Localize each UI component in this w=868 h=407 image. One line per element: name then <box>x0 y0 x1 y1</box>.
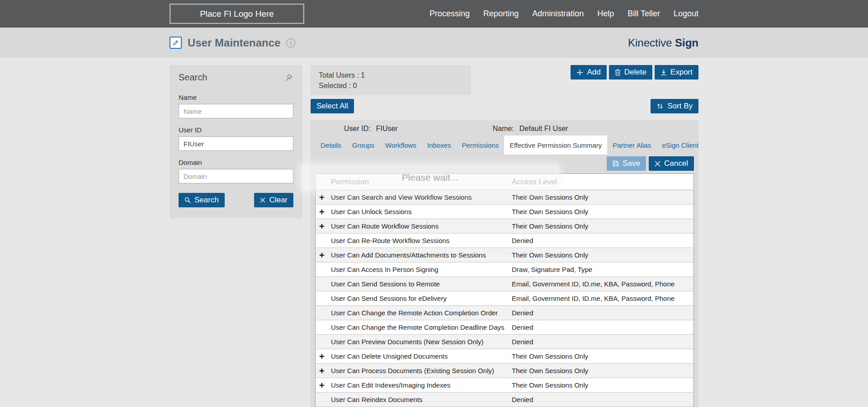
nav-item-help[interactable]: Help <box>597 9 614 19</box>
clear-button[interactable]: Clear <box>254 193 293 207</box>
access-level-cell: Their Own Sessions Only <box>512 381 693 389</box>
select-all-button-label: Select All <box>316 102 348 111</box>
cancel-button[interactable]: Cancel <box>649 156 694 171</box>
tab-esign-client[interactable]: eSign Client <box>656 136 704 154</box>
expand-cell: + <box>316 207 331 216</box>
user-name-value: Default FI User <box>519 125 568 133</box>
nav-item-administration[interactable]: Administration <box>532 9 584 19</box>
user-maintenance-app-icon <box>170 37 182 49</box>
user-id-field-label: User ID <box>179 126 293 134</box>
expand-cell: + <box>316 366 331 375</box>
permission-cell: User Can Search and View Workflow Sessio… <box>331 193 512 201</box>
tab-groups[interactable]: Groups <box>347 136 380 154</box>
permission-cell: User Can Change the Remote Action Comple… <box>331 309 512 317</box>
pen-icon <box>172 39 179 46</box>
please-wait-overlay: Please wait... <box>301 164 559 191</box>
tab-effective-permission-summary[interactable]: Effective Permission Summary <box>504 136 607 154</box>
permission-cell: User Can Process Documents (Existing Ses… <box>331 367 512 374</box>
select-all-button[interactable]: Select All <box>311 99 354 113</box>
add-button-label: Add <box>587 68 600 77</box>
selected-stat: Selected : 0 <box>319 80 463 91</box>
delete-button[interactable]: Delete <box>609 65 652 80</box>
access-level-cell: Denied <box>512 309 693 317</box>
access-level-cell: Their Own Sessions Only <box>512 222 693 230</box>
permission-cell: User Can Route Workflow Sessions <box>331 222 512 230</box>
expand-cell: + <box>316 381 331 390</box>
permission-cell: User Can Add Documents/Attachments to Se… <box>331 251 512 259</box>
user-id-label: User ID: <box>344 125 371 133</box>
tab-details[interactable]: Details <box>315 136 347 154</box>
user-list-area: Total Users : 1 Selected : 0 Add <box>311 65 698 407</box>
search-panel: Search Name User ID Domain <box>170 65 302 218</box>
access-level-cell: Their Own Sessions Only <box>512 208 693 215</box>
table-row: User Can Send Sessions for eDeliveryEmai… <box>316 291 693 306</box>
nav-item-bill-teller[interactable]: Bill Teller <box>627 9 660 19</box>
access-level-cell: Their Own Sessions Only <box>512 193 693 201</box>
table-row: +User Can Unlock SessionsTheir Own Sessi… <box>316 205 693 219</box>
table-row: User Can Change the Remote Action Comple… <box>316 306 693 320</box>
clear-x-icon <box>260 197 265 203</box>
table-row: User Can Reindex DocumentsDenied <box>316 393 693 407</box>
pin-icon[interactable] <box>284 73 293 82</box>
sort-by-button[interactable]: Sort By <box>651 99 698 113</box>
cancel-x-icon <box>655 161 660 167</box>
fi-logo-text: Place FI Logo Here <box>200 9 274 19</box>
expand-plus-icon[interactable]: + <box>319 207 325 216</box>
please-wait-text: Please wait... <box>402 172 458 183</box>
name-field-label: Name <box>179 94 293 101</box>
page-title: User Maintenance <box>188 37 280 49</box>
export-button[interactable]: Export <box>655 65 698 80</box>
brand-prefix: Kinective <box>628 37 672 49</box>
tab-workflows[interactable]: Workflows <box>380 136 422 154</box>
save-button[interactable]: Save <box>607 156 646 171</box>
table-row: +User Can Process Documents (Existing Se… <box>316 364 693 378</box>
table-row: +User Can Edit Indexes/Imaging IndexesTh… <box>316 378 693 393</box>
tab-permissions[interactable]: Permissions <box>457 136 505 154</box>
table-row: +User Can Add Documents/Attachments to S… <box>316 248 693 262</box>
user-id-field[interactable] <box>179 136 293 151</box>
access-level-cell: Draw, Signature Pad, Type <box>512 266 693 273</box>
permission-cell: User Can Edit Indexes/Imaging Indexes <box>331 381 512 389</box>
name-field[interactable] <box>179 104 293 118</box>
tab-partner-alias[interactable]: Partner Alias <box>607 136 656 154</box>
download-icon <box>660 69 667 75</box>
expand-plus-icon[interactable]: + <box>319 352 325 361</box>
permission-cell: User Can Delete Unsigned Documents <box>331 352 512 360</box>
main-content: Search Name User ID Domain <box>0 58 868 407</box>
table-row: User Can Access In Person SigningDraw, S… <box>316 262 693 277</box>
info-icon-glyph: i <box>290 39 292 47</box>
expand-plus-icon[interactable]: + <box>319 366 325 375</box>
sort-by-button-label: Sort By <box>667 102 693 111</box>
tab-bar: DetailsGroupsWorkflowsInboxesPermissions… <box>315 136 694 154</box>
permissions-table-body: +User Can Search and View Workflow Sessi… <box>316 190 693 407</box>
top-bar: Place FI Logo Here ProcessingReportingAd… <box>0 0 868 28</box>
expand-cell: + <box>316 193 331 202</box>
user-detail-card: User ID: FIUser Name: Default FI User De… <box>311 120 698 407</box>
export-button-label: Export <box>670 68 693 77</box>
search-icon <box>184 197 191 203</box>
nav-item-reporting[interactable]: Reporting <box>483 9 519 19</box>
delete-button-label: Delete <box>624 68 646 77</box>
info-icon[interactable]: i <box>286 38 295 47</box>
nav-item-processing[interactable]: Processing <box>429 9 470 19</box>
search-button[interactable]: Search <box>179 193 225 207</box>
cancel-button-label: Cancel <box>664 159 688 168</box>
permission-cell: User Can Send Sessions for eDelivery <box>331 295 512 302</box>
permission-cell: User Can Reindex Documents <box>331 396 512 403</box>
search-button-label: Search <box>194 196 219 205</box>
access-level-cell: Denied <box>512 396 693 403</box>
expand-cell: + <box>316 222 331 231</box>
add-button[interactable]: Add <box>571 65 606 80</box>
search-panel-title: Search <box>179 72 207 83</box>
expand-plus-icon[interactable]: + <box>319 381 325 390</box>
tab-inboxes[interactable]: Inboxes <box>422 136 457 154</box>
expand-plus-icon[interactable]: + <box>319 251 325 260</box>
expand-plus-icon[interactable]: + <box>319 222 325 231</box>
permission-cell: User Can Unlock Sessions <box>331 208 512 215</box>
trash-icon <box>615 69 621 76</box>
expand-plus-icon[interactable]: + <box>319 193 325 202</box>
domain-field[interactable] <box>179 169 293 183</box>
total-users-stat: Total Users : 1 <box>319 70 463 80</box>
clear-button-label: Clear <box>269 196 288 205</box>
nav-item-logout[interactable]: Logout <box>674 9 698 19</box>
